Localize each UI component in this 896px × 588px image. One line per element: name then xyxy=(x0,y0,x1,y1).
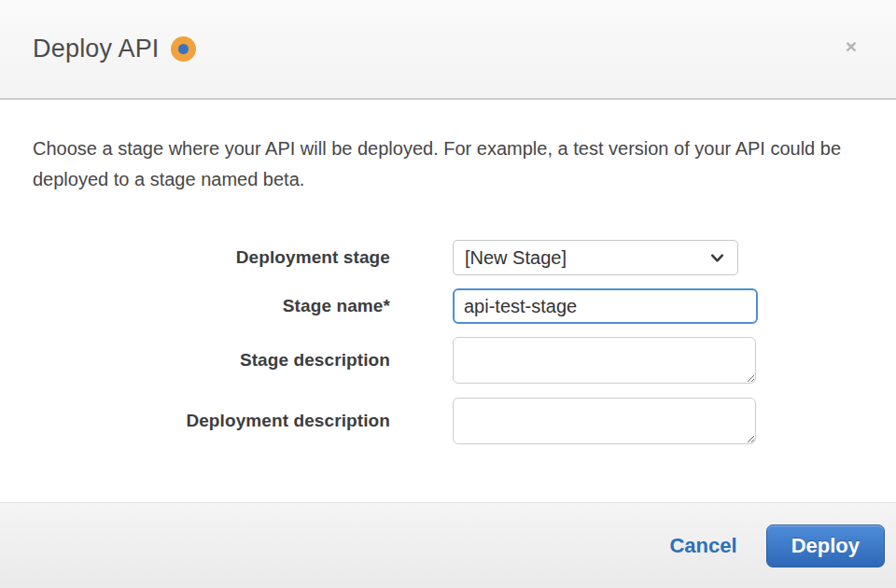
stage-description-row: Stage description xyxy=(33,337,863,384)
deployment-stage-label: Deployment stage xyxy=(33,247,390,268)
deploy-form: Deployment stage [New Stage] Stage name*… xyxy=(33,240,863,444)
deploy-button[interactable]: Deploy xyxy=(766,525,885,567)
close-icon[interactable]: × xyxy=(846,36,857,56)
dialog-title: Deploy API xyxy=(33,35,196,63)
stage-name-row: Stage name* xyxy=(33,288,863,324)
dialog-footer: Cancel Deploy xyxy=(0,502,896,588)
deployment-stage-row: Deployment stage [New Stage] xyxy=(33,240,863,275)
deploy-api-dialog: Deploy API × Choose a stage where your A… xyxy=(0,0,896,588)
deployment-stage-select[interactable]: [New Stage] xyxy=(453,240,738,275)
stage-description-textarea[interactable] xyxy=(453,337,756,384)
dialog-header: Deploy API × xyxy=(0,0,896,100)
deployment-description-row: Deployment description xyxy=(33,398,863,444)
info-dot-center xyxy=(178,44,189,54)
stage-description-label: Stage description xyxy=(33,350,390,371)
cancel-button[interactable]: Cancel xyxy=(669,534,736,558)
stage-name-input[interactable] xyxy=(453,288,758,324)
deployment-description-label: Deployment description xyxy=(33,411,390,431)
deployment-stage-selected-value: [New Stage] xyxy=(465,247,567,269)
dialog-body: Choose a stage where your API will be de… xyxy=(0,100,896,502)
chevron-down-icon xyxy=(709,250,725,266)
deployment-description-textarea[interactable] xyxy=(453,398,756,444)
stage-name-label: Stage name* xyxy=(33,296,390,316)
dialog-description: Choose a stage where your API will be de… xyxy=(33,133,854,195)
dialog-title-text: Deploy API xyxy=(33,35,160,63)
info-dot-icon xyxy=(171,36,196,62)
